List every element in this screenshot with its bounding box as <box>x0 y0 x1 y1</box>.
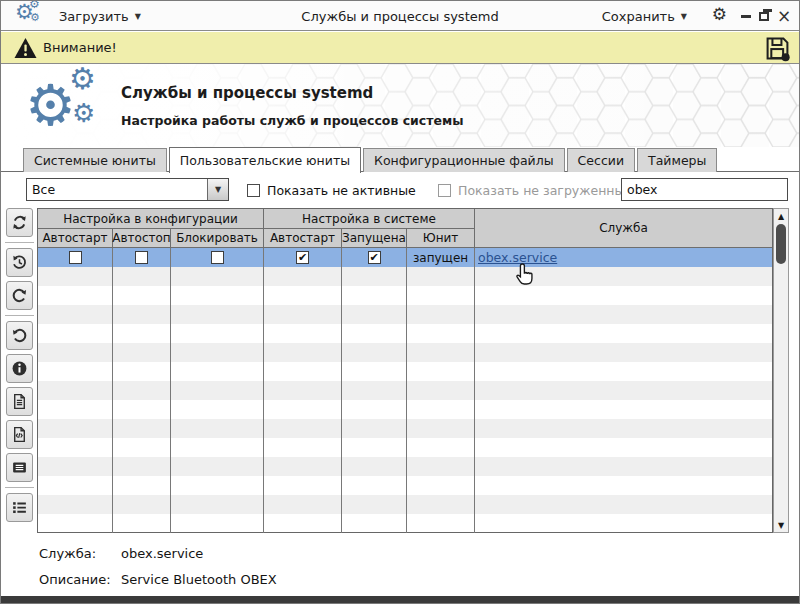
scrollbar-thumb[interactable] <box>776 224 786 264</box>
minimize-button[interactable] <box>737 1 755 31</box>
table-row[interactable] <box>38 457 772 476</box>
history-restore-icon <box>11 254 28 271</box>
empty-cell <box>38 457 113 476</box>
empty-cell <box>171 305 264 324</box>
save-menu-button[interactable]: Сохранить ▼ <box>602 1 687 31</box>
empty-cell <box>407 324 475 343</box>
warning-text: Внимание! <box>43 40 117 55</box>
empty-cell <box>342 419 407 438</box>
dropdown-arrow-button[interactable]: ▼ <box>207 179 228 200</box>
column-header-unit[interactable]: Юнит <box>407 229 475 248</box>
info-button[interactable] <box>6 354 33 383</box>
empty-cell <box>342 362 407 381</box>
empty-cell <box>38 514 113 533</box>
column-group-system[interactable]: Настройка в системе <box>264 209 475 229</box>
column-header-block[interactable]: Блокировать <box>171 229 264 248</box>
empty-cell <box>171 495 264 514</box>
redo-icon <box>11 287 28 304</box>
empty-cell <box>171 438 264 457</box>
empty-cell <box>171 267 264 286</box>
column-group-config[interactable]: Настройка в конфигурации <box>38 209 264 229</box>
table-row[interactable] <box>38 343 772 362</box>
close-icon: × <box>777 8 791 25</box>
checkbox-icon[interactable] <box>438 184 451 197</box>
cell-system-autostart: ✔ <box>264 248 342 267</box>
empty-cell <box>38 400 113 419</box>
tab-user-units[interactable]: Пользовательские юниты <box>169 147 361 173</box>
search-input[interactable] <box>621 178 788 201</box>
table-row[interactable] <box>38 381 772 400</box>
tab-config-files[interactable]: Конфигурационные файлы <box>363 148 565 172</box>
empty-cell <box>342 438 407 457</box>
empty-cell <box>342 495 407 514</box>
table-row[interactable] <box>38 267 772 286</box>
scroll-up-icon[interactable]: ▲ <box>774 210 788 222</box>
table-row[interactable] <box>38 476 772 495</box>
empty-cell <box>407 362 475 381</box>
table-row[interactable] <box>38 324 772 343</box>
empty-cell <box>475 419 772 438</box>
table-row[interactable] <box>38 419 772 438</box>
scope-dropdown[interactable]: Все ▼ <box>26 178 229 201</box>
empty-cell <box>113 476 171 495</box>
checkbox-icon[interactable] <box>247 184 260 197</box>
empty-cell <box>38 438 113 457</box>
empty-cell <box>38 305 113 324</box>
save-file-icon[interactable] <box>764 35 791 62</box>
table-row[interactable] <box>38 362 772 381</box>
empty-cell <box>113 343 171 362</box>
empty-cell <box>171 381 264 400</box>
edit-config-button[interactable] <box>6 420 33 449</box>
empty-cell <box>113 438 171 457</box>
close-button[interactable]: × <box>775 1 793 31</box>
table-row-selected[interactable]: ✔ ✔ запущен obex.service <box>38 248 772 267</box>
empty-cell <box>407 476 475 495</box>
vertical-scrollbar[interactable]: ▲ ▼ <box>773 208 789 533</box>
cell-config-autostop <box>113 248 171 267</box>
empty-cell <box>113 514 171 533</box>
empty-cell <box>407 343 475 362</box>
empty-cell <box>113 495 171 514</box>
checkbox-icon[interactable] <box>211 251 224 264</box>
table-row[interactable] <box>38 495 772 514</box>
column-header-autostop[interactable]: Автостоп <box>113 229 171 248</box>
table-row[interactable] <box>38 305 772 324</box>
maximize-button[interactable] <box>755 1 773 31</box>
dependencies-button[interactable] <box>6 493 33 522</box>
refresh-button[interactable] <box>6 208 33 237</box>
table-row[interactable] <box>38 400 772 419</box>
empty-cell <box>38 324 113 343</box>
column-header-autostart-config[interactable]: Автостарт <box>38 229 113 248</box>
checkbox-icon[interactable] <box>69 251 82 264</box>
show-unloaded-checkbox[interactable]: Показать не загруженные <box>438 183 632 198</box>
empty-cell <box>264 305 342 324</box>
list-box-icon <box>11 459 28 476</box>
empty-cell <box>407 495 475 514</box>
checkbox-icon[interactable]: ✔ <box>296 251 309 264</box>
cell-unit-state: запущен <box>407 248 475 267</box>
show-inactive-checkbox[interactable]: Показать не активные <box>247 183 416 198</box>
checkbox-icon[interactable] <box>135 251 148 264</box>
scroll-down-icon[interactable]: ▼ <box>774 519 788 531</box>
tab-timers[interactable]: Таймеры <box>637 148 717 172</box>
journal-button[interactable] <box>6 453 33 482</box>
column-header-autostart-system[interactable]: Автостарт <box>264 229 342 248</box>
empty-cell <box>475 438 772 457</box>
undo-button[interactable] <box>6 321 33 350</box>
info-icon <box>11 360 28 377</box>
table-row[interactable] <box>38 514 772 533</box>
empty-cell <box>113 381 171 400</box>
view-file-button[interactable] <box>6 387 33 416</box>
history-restore-button[interactable] <box>6 248 33 277</box>
redo-button[interactable] <box>6 281 33 310</box>
empty-cell <box>475 476 772 495</box>
settings-gear-icon[interactable]: ⚙ <box>712 4 727 24</box>
table-row[interactable] <box>38 438 772 457</box>
empty-cell <box>38 476 113 495</box>
table-row[interactable] <box>38 286 772 305</box>
tab-system-units[interactable]: Системные юниты <box>23 148 167 172</box>
tab-sessions[interactable]: Сессии <box>567 148 635 172</box>
column-header-running[interactable]: Запущена <box>342 229 407 248</box>
column-header-service[interactable]: Служба <box>475 209 772 248</box>
checkbox-icon[interactable]: ✔ <box>368 251 381 264</box>
